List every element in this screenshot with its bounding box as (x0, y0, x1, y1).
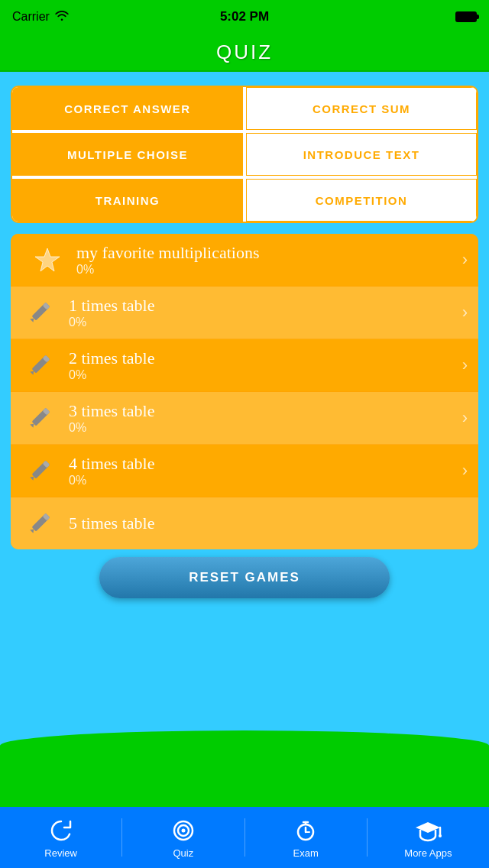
graduation-icon (414, 817, 442, 844)
svg-point-26 (439, 834, 442, 837)
chevron-right-icon: › (462, 250, 468, 270)
btn-training[interactable]: TRAINING (12, 179, 243, 222)
list-title: 2 times table (69, 348, 456, 368)
tab-quiz[interactable]: Quiz (122, 817, 244, 859)
list-title: 1 times table (69, 296, 456, 316)
list-text: 1 times table 0% (69, 296, 456, 329)
tab-label: Exam (293, 847, 319, 859)
list-item[interactable]: my favorite multiplications 0% › (11, 234, 478, 287)
btn-multiple-choice[interactable]: MULTIPLE CHOISE (12, 133, 243, 176)
list-progress: 0% (69, 368, 456, 382)
list-text: 3 times table 0% (69, 401, 456, 435)
star-icon (29, 241, 66, 278)
list-title: 4 times table (69, 454, 456, 474)
list-item[interactable]: 4 times table 0% › (11, 445, 478, 497)
main-content: CORRECT ANSWER CORRECT SUM MULTIPLE CHOI… (0, 72, 489, 807)
list-text: 5 times table (69, 513, 468, 533)
status-time: 5:02 PM (220, 9, 269, 24)
tab-more-apps[interactable]: More Apps (368, 817, 489, 859)
battery-body (455, 11, 477, 22)
wifi-icon (54, 10, 70, 24)
pencil-icon (21, 452, 58, 489)
carrier-text: Carrier (12, 10, 70, 24)
list-progress: 0% (69, 421, 456, 435)
svg-point-18 (181, 828, 185, 832)
btn-correct-sum[interactable]: CORRECT SUM (246, 87, 477, 130)
mode-grid: CORRECT ANSWER CORRECT SUM MULTIPLE CHOI… (11, 86, 478, 223)
btn-introduce-text[interactable]: INTRODUCE TEXT (246, 133, 477, 176)
btn-competition[interactable]: COMPETITION (246, 179, 477, 222)
list-progress: 0% (69, 474, 456, 487)
battery-indicator (455, 11, 477, 22)
reset-btn-container: RESET GAMES (0, 557, 489, 598)
grass-decoration (0, 746, 489, 807)
tab-review[interactable]: Review (0, 817, 121, 859)
list-item[interactable]: 2 times table 0% › (11, 339, 478, 392)
list-title: 3 times table (69, 401, 456, 421)
svg-marker-0 (35, 248, 60, 271)
list-item[interactable]: 5 times table (11, 497, 478, 549)
tab-label: Review (44, 847, 77, 859)
tab-bar: Review Quiz Exam (0, 807, 489, 868)
app-title: QUIZ (216, 40, 273, 64)
list-item[interactable]: 3 times table 0% › (11, 392, 478, 445)
list-text: 2 times table 0% (69, 348, 456, 382)
list-text: 4 times table 0% (69, 454, 456, 487)
app-header: QUIZ (0, 34, 489, 72)
tab-exam[interactable]: Exam (245, 817, 367, 859)
tab-label: More Apps (404, 847, 452, 859)
chevron-right-icon: › (462, 408, 468, 428)
list-item[interactable]: 1 times table 0% › (11, 287, 478, 339)
battery-tip (477, 15, 479, 19)
list-progress: 0% (69, 316, 456, 329)
refresh-icon (47, 817, 75, 844)
chevron-right-icon: › (462, 355, 468, 375)
timer-icon (292, 817, 319, 844)
list-progress: 0% (76, 263, 456, 277)
reset-games-button[interactable]: RESET GAMES (99, 557, 390, 598)
status-bar: Carrier 5:02 PM (0, 0, 489, 34)
btn-correct-answer[interactable]: CORRECT ANSWER (12, 87, 243, 130)
pencil-icon (21, 294, 58, 331)
target-icon (170, 817, 197, 844)
list-text: my favorite multiplications 0% (76, 243, 456, 277)
pencil-icon (21, 400, 58, 436)
pencil-icon (21, 505, 58, 542)
tab-label: Quiz (173, 847, 194, 859)
chevron-right-icon: › (462, 461, 468, 481)
list-title: my favorite multiplications (76, 243, 456, 263)
times-table-list: my favorite multiplications 0% › 1 times… (11, 234, 478, 549)
list-title: 5 times table (69, 513, 468, 533)
pencil-icon (21, 347, 58, 384)
chevron-right-icon: › (462, 303, 468, 322)
